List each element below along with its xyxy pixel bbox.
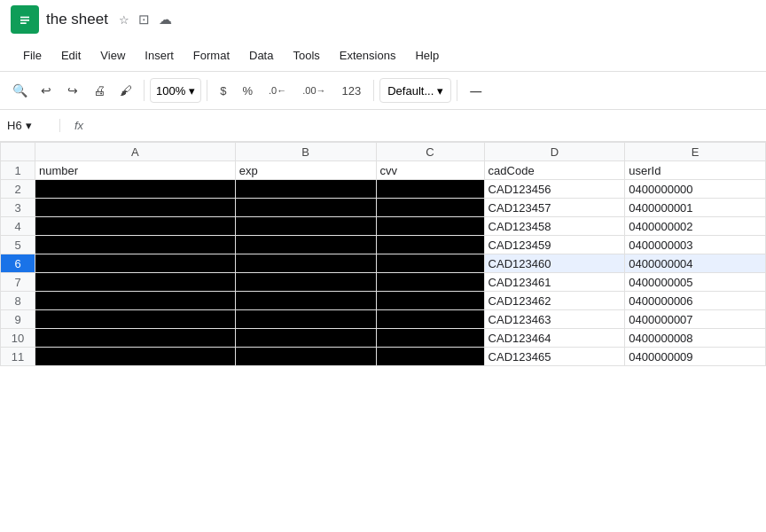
paint-format-button[interactable]: 🖌 bbox=[113, 78, 138, 103]
redo-button[interactable]: ↪ bbox=[60, 78, 85, 103]
table-row[interactable]: 6CAD1234600400000004 bbox=[1, 254, 766, 273]
favorite-icon[interactable]: ☆ bbox=[119, 13, 129, 27]
cell-6-b[interactable] bbox=[235, 254, 376, 273]
row-number[interactable]: 11 bbox=[1, 348, 35, 366]
cell-8-b[interactable] bbox=[235, 292, 376, 310]
cell-5-b[interactable] bbox=[235, 236, 376, 254]
search-button[interactable]: 🔍 bbox=[7, 78, 32, 103]
table-row[interactable]: 10CAD1234640400000008 bbox=[1, 329, 766, 348]
cell-7-d[interactable]: CAD123461 bbox=[484, 273, 625, 292]
col-header-e[interactable]: E bbox=[625, 143, 766, 161]
cell-1-e[interactable]: userId bbox=[625, 161, 766, 180]
cell-2-b[interactable] bbox=[235, 180, 376, 199]
cell-11-e[interactable]: 0400000009 bbox=[625, 348, 766, 366]
cell-6-a[interactable] bbox=[35, 254, 236, 273]
cell-4-b[interactable] bbox=[235, 217, 376, 236]
menu-view[interactable]: View bbox=[91, 45, 134, 66]
cell-9-e[interactable]: 0400000007 bbox=[625, 310, 766, 329]
table-row[interactable]: 3CAD1234570400000001 bbox=[1, 199, 766, 217]
cell-6-e[interactable]: 0400000004 bbox=[625, 254, 766, 273]
cell-11-a[interactable] bbox=[35, 348, 236, 366]
cell-11-b[interactable] bbox=[235, 348, 376, 366]
cell-7-b[interactable] bbox=[235, 273, 376, 292]
percent-button[interactable]: % bbox=[235, 78, 260, 103]
cell-4-d[interactable]: CAD123458 bbox=[484, 217, 625, 236]
menu-file[interactable]: File bbox=[14, 45, 51, 66]
cell-3-d[interactable]: CAD123457 bbox=[484, 199, 625, 217]
cell-1-d[interactable]: cadCode bbox=[484, 161, 625, 180]
menu-data[interactable]: Data bbox=[240, 45, 282, 66]
row-number[interactable]: 10 bbox=[1, 329, 35, 348]
col-header-c[interactable]: C bbox=[376, 143, 484, 161]
cell-10-c[interactable] bbox=[376, 329, 484, 348]
cell-1-a[interactable]: number bbox=[35, 161, 236, 180]
cell-3-c[interactable] bbox=[376, 199, 484, 217]
currency-button[interactable]: $ bbox=[213, 78, 233, 103]
row-number[interactable]: 6 bbox=[1, 254, 35, 273]
row-number[interactable]: 8 bbox=[1, 292, 35, 310]
table-row[interactable]: 11CAD1234650400000009 bbox=[1, 348, 766, 366]
cell-8-e[interactable]: 0400000006 bbox=[625, 292, 766, 310]
table-row[interactable]: 7CAD1234610400000005 bbox=[1, 273, 766, 292]
table-row[interactable]: 1numberexpcvvcadCodeuserId bbox=[1, 161, 766, 180]
cell-6-c[interactable] bbox=[376, 254, 484, 273]
cell-5-c[interactable] bbox=[376, 236, 484, 254]
cell-10-d[interactable]: CAD123464 bbox=[484, 329, 625, 348]
undo-button[interactable]: ↩ bbox=[34, 78, 59, 103]
col-header-d[interactable]: D bbox=[484, 143, 625, 161]
cell-8-d[interactable]: CAD123462 bbox=[484, 292, 625, 310]
cell-7-c[interactable] bbox=[376, 273, 484, 292]
cell-9-c[interactable] bbox=[376, 310, 484, 329]
folder-icon[interactable]: ⊡ bbox=[138, 12, 150, 27]
table-row[interactable]: 8CAD1234620400000006 bbox=[1, 292, 766, 310]
menu-format[interactable]: Format bbox=[184, 45, 238, 66]
cell-8-a[interactable] bbox=[35, 292, 236, 310]
cell-2-d[interactable]: CAD123456 bbox=[484, 180, 625, 199]
table-row[interactable]: 5CAD1234590400000003 bbox=[1, 236, 766, 254]
cell-reference[interactable]: H6 ▾ bbox=[7, 119, 60, 132]
decimal-dec-button[interactable]: .0← bbox=[262, 78, 293, 103]
cell-4-e[interactable]: 0400000002 bbox=[625, 217, 766, 236]
decimal-inc-button[interactable]: .00→ bbox=[295, 78, 332, 103]
menu-edit[interactable]: Edit bbox=[52, 45, 90, 66]
row-number[interactable]: 5 bbox=[1, 236, 35, 254]
col-header-a[interactable]: A bbox=[35, 143, 236, 161]
cell-3-e[interactable]: 0400000001 bbox=[625, 199, 766, 217]
table-row[interactable]: 9CAD1234630400000007 bbox=[1, 310, 766, 329]
cell-9-d[interactable]: CAD123463 bbox=[484, 310, 625, 329]
cell-4-c[interactable] bbox=[376, 217, 484, 236]
cell-10-e[interactable]: 0400000008 bbox=[625, 329, 766, 348]
cell-7-a[interactable] bbox=[35, 273, 236, 292]
font-selector[interactable]: Default... ▾ bbox=[379, 78, 451, 103]
cell-2-c[interactable] bbox=[376, 180, 484, 199]
cell-11-d[interactable]: CAD123465 bbox=[484, 348, 625, 366]
cell-5-e[interactable]: 0400000003 bbox=[625, 236, 766, 254]
cell-4-a[interactable] bbox=[35, 217, 236, 236]
number-format-button[interactable]: 123 bbox=[335, 78, 369, 103]
row-number[interactable]: 1 bbox=[1, 161, 35, 180]
row-number[interactable]: 3 bbox=[1, 199, 35, 217]
cell-3-a[interactable] bbox=[35, 199, 236, 217]
cell-9-a[interactable] bbox=[35, 310, 236, 329]
print-button[interactable]: 🖨 bbox=[87, 78, 112, 103]
menu-insert[interactable]: Insert bbox=[136, 45, 183, 66]
cell-7-e[interactable]: 0400000005 bbox=[625, 273, 766, 292]
row-number[interactable]: 7 bbox=[1, 273, 35, 292]
row-number[interactable]: 4 bbox=[1, 217, 35, 236]
table-row[interactable]: 2CAD1234560400000000 bbox=[1, 180, 766, 199]
menu-extensions[interactable]: Extensions bbox=[331, 45, 405, 66]
table-row[interactable]: 4CAD1234580400000002 bbox=[1, 217, 766, 236]
row-number[interactable]: 2 bbox=[1, 180, 35, 199]
cell-6-d[interactable]: CAD123460 bbox=[484, 254, 625, 273]
cell-10-b[interactable] bbox=[235, 329, 376, 348]
cell-9-b[interactable] bbox=[235, 310, 376, 329]
cell-10-a[interactable] bbox=[35, 329, 236, 348]
row-number[interactable]: 9 bbox=[1, 310, 35, 329]
cell-5-a[interactable] bbox=[35, 236, 236, 254]
cell-1-b[interactable]: exp bbox=[235, 161, 376, 180]
cell-8-c[interactable] bbox=[376, 292, 484, 310]
cell-5-d[interactable]: CAD123459 bbox=[484, 236, 625, 254]
cell-11-c[interactable] bbox=[376, 348, 484, 366]
minus-button[interactable]: — bbox=[463, 78, 489, 103]
col-header-b[interactable]: B bbox=[235, 143, 376, 161]
